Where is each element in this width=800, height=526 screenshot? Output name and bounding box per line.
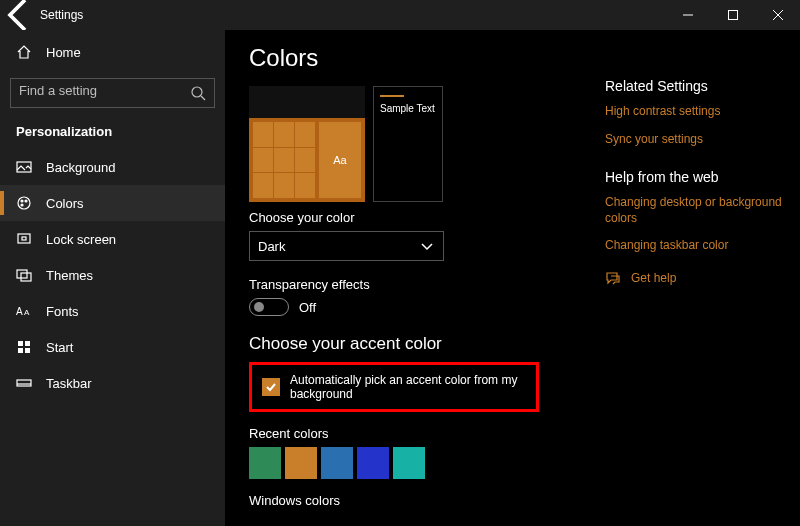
- nav-background[interactable]: Background: [0, 149, 225, 185]
- search-placeholder: Find a setting: [19, 83, 190, 98]
- minimize-button[interactable]: [665, 0, 710, 30]
- link-sync-settings[interactable]: Sync your settings: [605, 132, 788, 148]
- preview-accent-bar: [380, 95, 404, 97]
- themes-icon: [16, 267, 32, 283]
- transparency-label: Transparency effects: [249, 277, 581, 292]
- preview-sample-window: Sample Text: [373, 86, 443, 202]
- nav-label: Taskbar: [46, 376, 92, 391]
- picture-icon: [16, 159, 32, 175]
- recent-colors-label: Recent colors: [249, 426, 581, 441]
- svg-rect-11: [18, 234, 30, 243]
- link-high-contrast[interactable]: High contrast settings: [605, 104, 788, 120]
- svg-rect-1: [728, 11, 737, 20]
- nav-colors[interactable]: Colors: [0, 185, 225, 221]
- link-changing-bg-colors[interactable]: Changing desktop or background colors: [605, 195, 788, 226]
- svg-point-7: [18, 197, 30, 209]
- color-preview: Aa Sample Text: [249, 86, 581, 202]
- help-heading: Help from the web: [605, 169, 788, 185]
- choose-color-label: Choose your color: [249, 210, 581, 225]
- preview-aa: Aa: [319, 122, 361, 198]
- lock-icon: [16, 231, 32, 247]
- nav-taskbar[interactable]: Taskbar: [0, 365, 225, 401]
- search-icon: [190, 85, 206, 101]
- taskbar-icon: [16, 375, 32, 391]
- nav-label: Start: [46, 340, 73, 355]
- nav-label: Colors: [46, 196, 84, 211]
- color-swatch[interactable]: [249, 447, 281, 479]
- color-swatch[interactable]: [357, 447, 389, 479]
- transparency-toggle[interactable]: [249, 298, 289, 316]
- palette-icon: [16, 195, 32, 211]
- fonts-icon: AA: [16, 303, 32, 319]
- preview-desktop: Aa: [249, 86, 365, 202]
- windows-colors-label: Windows colors: [249, 493, 581, 508]
- preview-sample-text: Sample Text: [380, 103, 435, 114]
- related-heading: Related Settings: [605, 78, 788, 94]
- recent-colors: [249, 447, 581, 479]
- home-label: Home: [46, 45, 81, 60]
- svg-rect-13: [17, 270, 27, 278]
- svg-point-9: [25, 200, 27, 202]
- choose-color-value: Dark: [258, 239, 285, 254]
- svg-rect-14: [21, 273, 31, 281]
- home-icon: [16, 44, 32, 60]
- transparency-value: Off: [299, 300, 316, 315]
- category-label: Personalization: [0, 120, 225, 149]
- svg-rect-19: [18, 348, 23, 353]
- chat-icon: [605, 270, 621, 286]
- get-help-button[interactable]: Get help: [605, 270, 788, 286]
- home-button[interactable]: Home: [0, 34, 225, 70]
- window-title: Settings: [40, 8, 83, 22]
- auto-accent-label: Automatically pick an accent color from …: [290, 373, 526, 401]
- svg-rect-12: [22, 237, 26, 240]
- svg-rect-20: [25, 348, 30, 353]
- link-changing-taskbar-color[interactable]: Changing taskbar color: [605, 238, 788, 254]
- search-input[interactable]: Find a setting: [10, 78, 215, 108]
- maximize-button[interactable]: [710, 0, 755, 30]
- get-help-label: Get help: [631, 271, 676, 285]
- nav-label: Themes: [46, 268, 93, 283]
- svg-text:A: A: [24, 308, 30, 317]
- auto-accent-highlight: Automatically pick an accent color from …: [249, 362, 539, 412]
- nav-label: Background: [46, 160, 115, 175]
- color-swatch[interactable]: [285, 447, 317, 479]
- svg-rect-21: [17, 380, 31, 386]
- svg-text:A: A: [16, 306, 23, 317]
- choose-color-select[interactable]: Dark: [249, 231, 444, 261]
- svg-point-10: [21, 204, 23, 206]
- svg-rect-17: [18, 341, 23, 346]
- svg-point-4: [192, 87, 202, 97]
- close-button[interactable]: [755, 0, 800, 30]
- start-icon: [16, 339, 32, 355]
- nav-fonts[interactable]: AA Fonts: [0, 293, 225, 329]
- nav-label: Fonts: [46, 304, 79, 319]
- svg-point-8: [21, 200, 23, 202]
- accent-heading: Choose your accent color: [249, 334, 581, 354]
- nav-lock-screen[interactable]: Lock screen: [0, 221, 225, 257]
- chevron-down-icon: [419, 238, 435, 254]
- svg-rect-18: [25, 341, 30, 346]
- color-swatch[interactable]: [321, 447, 353, 479]
- color-swatch[interactable]: [393, 447, 425, 479]
- svg-line-5: [201, 96, 205, 100]
- nav-start[interactable]: Start: [0, 329, 225, 365]
- page-title: Colors: [249, 44, 581, 72]
- nav-themes[interactable]: Themes: [0, 257, 225, 293]
- nav-label: Lock screen: [46, 232, 116, 247]
- auto-accent-checkbox[interactable]: [262, 378, 280, 396]
